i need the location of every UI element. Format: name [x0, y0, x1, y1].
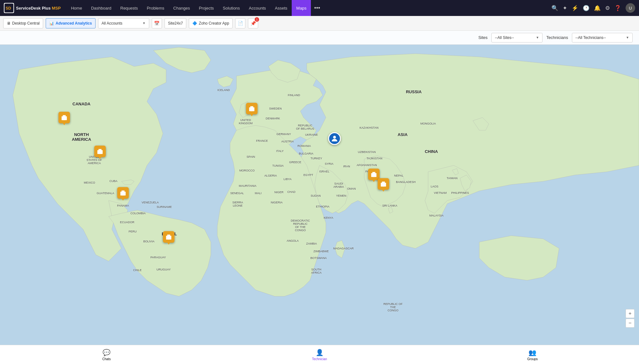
nav-assets[interactable]: Assets	[270, 0, 292, 16]
svg-rect-25	[168, 237, 168, 238]
svg-rect-29	[372, 172, 375, 174]
map-filter-bar: Sites --All Sites-- ▼ Technicians --All …	[0, 31, 639, 45]
map-pin-brazil[interactable]	[163, 231, 174, 243]
building-icon	[378, 178, 389, 190]
nav-items: Home Dashboard Requests Problems Changes…	[66, 0, 551, 16]
desktop-central-button[interactable]: 🖥 Desktop Central	[3, 18, 43, 28]
technicians-label: Technicians	[546, 35, 568, 40]
world-map-svg	[0, 45, 639, 350]
nav-changes[interactable]: Changes	[169, 0, 194, 16]
svg-rect-12	[251, 110, 253, 111]
svg-rect-30	[373, 174, 373, 175]
technicians-arrow-icon: ▼	[626, 36, 629, 39]
technicians-dropdown[interactable]: --All Technicians-- ▼	[572, 33, 633, 42]
bell-icon[interactable]: 🔔	[594, 5, 601, 11]
svg-rect-32	[373, 176, 375, 177]
desktop-central-label: Desktop Central	[12, 21, 40, 26]
svg-rect-17	[99, 153, 101, 154]
all-accounts-text: All Accounts	[102, 21, 141, 26]
help-icon[interactable]: ❓	[614, 5, 621, 11]
calendar-icon: 📅	[154, 21, 159, 26]
pin-icon: 📌	[250, 21, 256, 26]
gear-icon[interactable]: ⚙	[605, 5, 610, 11]
advanced-analytics-label: Advanced Analytics	[56, 21, 92, 26]
advanced-analytics-button[interactable]: 📊 Advanced Analytics	[46, 18, 96, 28]
svg-rect-14	[98, 149, 101, 151]
svg-rect-22	[122, 194, 124, 196]
badge-count: 1	[255, 17, 259, 22]
svg-rect-4	[63, 115, 65, 117]
technician-icon: 👤	[316, 349, 324, 356]
nav-projects[interactable]: Projects	[194, 0, 218, 16]
chats-icon: 💬	[103, 349, 111, 356]
site24x7-label: Site24x7	[168, 21, 183, 26]
chats-label: Chats	[102, 357, 111, 361]
building-icon	[58, 112, 70, 123]
nav-requests[interactable]: Requests	[116, 0, 142, 16]
technician-label: Technician	[312, 357, 327, 361]
nav-more-button[interactable]: •••	[311, 0, 323, 16]
star-icon[interactable]: ✦	[563, 5, 567, 11]
zoom-control: + −	[626, 309, 635, 328]
bolt-icon[interactable]: ⚡	[572, 5, 578, 11]
zoho-creator-label: Zoho Creator App	[199, 21, 229, 26]
sites-arrow-icon: ▼	[536, 36, 539, 39]
technician-pin[interactable]	[328, 132, 341, 145]
history-icon[interactable]: 🕐	[583, 5, 589, 11]
map-pin-north-america[interactable]	[58, 112, 70, 123]
logo-icon: SD	[4, 3, 14, 13]
nav-problems[interactable]: Problems	[142, 0, 169, 16]
svg-text:SD: SD	[6, 6, 11, 11]
zoho-creator-button[interactable]: 🔷 Zoho Creator App	[189, 18, 233, 28]
svg-rect-34	[382, 182, 385, 183]
dropdown-arrow-icon: ▼	[142, 21, 146, 25]
nav-action-icons: 🔍 ✦ ⚡ 🕐 🔔 ⚙ ❓ U	[551, 3, 635, 13]
svg-rect-6	[65, 117, 65, 118]
nav-solutions[interactable]: Solutions	[218, 0, 244, 16]
site24x7-button[interactable]: Site24x7	[165, 18, 187, 28]
svg-rect-11	[252, 108, 253, 109]
nav-home[interactable]: Home	[66, 0, 87, 16]
nav-maps[interactable]: Maps	[292, 0, 311, 16]
toolbar: 🖥 Desktop Central 📊 Advanced Analytics A…	[0, 16, 639, 31]
desktop-central-icon: 🖥	[7, 21, 11, 26]
nav-dashboard[interactable]: Dashboard	[87, 0, 116, 16]
groups-label: Groups	[527, 357, 538, 361]
sites-dropdown[interactable]: --All Sites-- ▼	[491, 33, 543, 42]
search-icon[interactable]: 🔍	[551, 5, 558, 11]
svg-rect-10	[251, 108, 251, 109]
svg-rect-19	[121, 191, 124, 192]
analytics-icon: 📊	[49, 21, 54, 26]
svg-rect-26	[169, 237, 170, 238]
chats-tab[interactable]: 💬 Chats	[0, 346, 213, 363]
svg-rect-27	[168, 238, 170, 240]
svg-rect-21	[123, 193, 124, 193]
map-pin-panama[interactable]	[117, 187, 129, 199]
pin-icon-button[interactable]: 📌 1	[248, 18, 258, 28]
svg-rect-15	[99, 151, 100, 152]
groups-tab[interactable]: 👥 Groups	[426, 346, 639, 363]
zoom-in-button[interactable]: +	[626, 309, 635, 318]
nav-accounts[interactable]: Accounts	[244, 0, 270, 16]
map-pin-us-central[interactable]	[94, 146, 106, 157]
sites-placeholder: --All Sites--	[495, 35, 534, 40]
user-avatar[interactable]: U	[626, 3, 635, 13]
map-pin-india2[interactable]	[378, 178, 389, 190]
svg-rect-24	[167, 235, 170, 236]
app-logo[interactable]: SD ServiceDesk Plus MSP	[4, 3, 61, 13]
bottom-bar: 💬 Chats 👤 Technician 👥 Groups	[0, 345, 639, 364]
document-icon: 📄	[238, 21, 243, 26]
groups-icon: 👥	[528, 349, 536, 356]
technician-tab[interactable]: 👤 Technician	[213, 346, 426, 363]
building-icon	[117, 187, 129, 199]
all-accounts-dropdown[interactable]: All Accounts ▼	[98, 18, 149, 28]
building-icon	[163, 231, 174, 243]
zoom-out-button[interactable]: −	[626, 319, 635, 328]
map-pin-uk[interactable]	[246, 103, 258, 114]
svg-rect-16	[100, 151, 101, 152]
calendar-icon-button[interactable]: 📅	[152, 18, 162, 28]
svg-point-38	[333, 136, 336, 139]
svg-rect-37	[382, 185, 384, 187]
document-icon-button[interactable]: 📄	[235, 18, 245, 28]
map-container: Sites --All Sites-- ▼ Technicians --All …	[0, 31, 639, 350]
